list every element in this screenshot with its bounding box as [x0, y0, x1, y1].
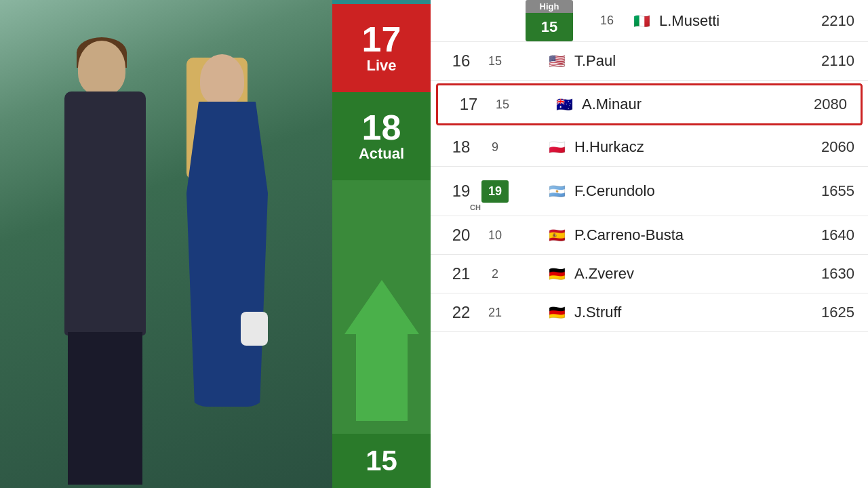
rank-pos-tpaul: 16 — [444, 52, 478, 70]
ch-label-cerundolo: CH — [470, 203, 481, 211]
points-minaur: 2080 — [793, 96, 847, 113]
green-badge-cerundolo: 19 — [481, 180, 509, 203]
header-player: L.Musetti — [659, 12, 800, 30]
rank-actual-section: 18 Actual — [332, 92, 431, 180]
ranking-row-struff: 22 21 🇩🇪 J.Struff 1625 — [431, 293, 868, 332]
live-rank-label: Live — [366, 57, 396, 75]
flag-minaur: 🇦🇺 — [553, 97, 575, 112]
man-body — [64, 92, 146, 336]
high-label: High — [526, 0, 573, 13]
points-tpaul: 2110 — [800, 52, 854, 70]
flag-tpaul: 🇺🇸 — [546, 54, 568, 68]
up-arrow-icon — [344, 280, 419, 334]
ranking-row-header: High 15 16 🇮🇹 L.Musetti 2210 — [431, 0, 868, 42]
ranking-row-carreno: 20 10 🇪🇸 P.Carreno-Busta 1640 — [431, 216, 868, 255]
rank-pos-struff: 22 — [444, 303, 478, 322]
rank-live-section: 17 Live — [332, 4, 431, 92]
man-figure — [44, 41, 166, 488]
woman-figure — [159, 54, 295, 488]
rank-panel: 17 Live 18 Actual 15 — [332, 0, 431, 488]
rank-prev-minaur: 15 — [486, 98, 519, 112]
rank-pos-minaur: 17 — [452, 95, 486, 114]
rankings-panel: High 15 16 🇮🇹 L.Musetti 2210 16 15 🇺🇸 T.… — [431, 0, 868, 488]
rank-prev-tpaul: 15 — [478, 54, 512, 68]
high-value: 15 — [526, 13, 573, 41]
points-zverev: 1630 — [800, 265, 854, 283]
photo-panel — [0, 0, 332, 488]
player-name-cerundolo: F.Cerundolo — [574, 182, 800, 200]
rank-pos-zverev: 21 — [444, 264, 478, 283]
rank-prev-cerundolo: 19 — [478, 176, 512, 206]
ranking-row-zverev: 21 2 🇩🇪 A.Zverev 1630 — [431, 255, 868, 293]
player-name-tpaul: T.Paul — [574, 52, 800, 70]
ranking-row-tpaul: 16 15 🇺🇸 T.Paul 2110 — [431, 42, 868, 81]
points-carreno: 1640 — [800, 226, 854, 244]
rank-pos-hurkacz: 18 — [444, 138, 478, 157]
man-legs — [68, 332, 142, 485]
live-rank-number: 17 — [362, 22, 401, 57]
player-name-carreno: P.Carreno-Busta — [574, 226, 800, 244]
ranking-row-hurkacz: 18 9 🇵🇱 H.Hurkacz 2060 — [431, 128, 868, 167]
header-points: 2210 — [800, 12, 854, 30]
flag-hurkacz: 🇵🇱 — [546, 140, 568, 155]
actual-rank-number: 18 — [362, 110, 401, 145]
points-hurkacz: 2060 — [800, 138, 854, 156]
rank-pos-carreno: 20 — [444, 226, 478, 245]
couple-figure — [24, 14, 309, 488]
man-head — [78, 41, 125, 95]
points-cerundolo: 1655 — [800, 182, 854, 200]
rank-prev-zverev: 2 — [478, 267, 512, 281]
player-name-minaur: A.Minaur — [582, 96, 793, 113]
flag-cerundolo: 🇦🇷 — [546, 184, 568, 199]
high-badge-container: High 15 — [526, 0, 573, 41]
actual-rank-label: Actual — [359, 145, 404, 163]
bottom-rank-number: 15 — [366, 445, 397, 477]
flag-struff: 🇩🇪 — [546, 305, 568, 320]
woman-bag — [241, 312, 268, 346]
rank-prev-struff: 21 — [478, 306, 512, 320]
photo-background — [0, 0, 332, 488]
woman-head — [200, 54, 244, 105]
rank-arrow-section — [332, 180, 431, 434]
player-name-struff: J.Struff — [574, 304, 800, 321]
rank-bottom-section: 15 — [332, 434, 431, 488]
rank-prev-carreno: 10 — [478, 228, 512, 243]
ranking-row-minaur: 17 15 🇦🇺 A.Minaur 2080 — [436, 83, 863, 125]
rank-pos-cerundolo: 19 — [444, 182, 478, 201]
rank-prev-hurkacz: 9 — [478, 140, 512, 155]
ranking-row-cerundolo: 19 19 🇦🇷 F.Cerundolo 1655 CH — [431, 167, 868, 216]
flag-zverev: 🇩🇪 — [546, 266, 568, 281]
flag-carreno: 🇪🇸 — [546, 228, 568, 243]
woman-dress — [186, 102, 268, 407]
player-name-hurkacz: H.Hurkacz — [574, 138, 800, 156]
player-name-zverev: A.Zverev — [574, 265, 800, 283]
header-pos-col: 16 — [583, 14, 631, 28]
points-struff: 1625 — [800, 304, 854, 321]
header-flag: 🇮🇹 — [631, 14, 652, 28]
